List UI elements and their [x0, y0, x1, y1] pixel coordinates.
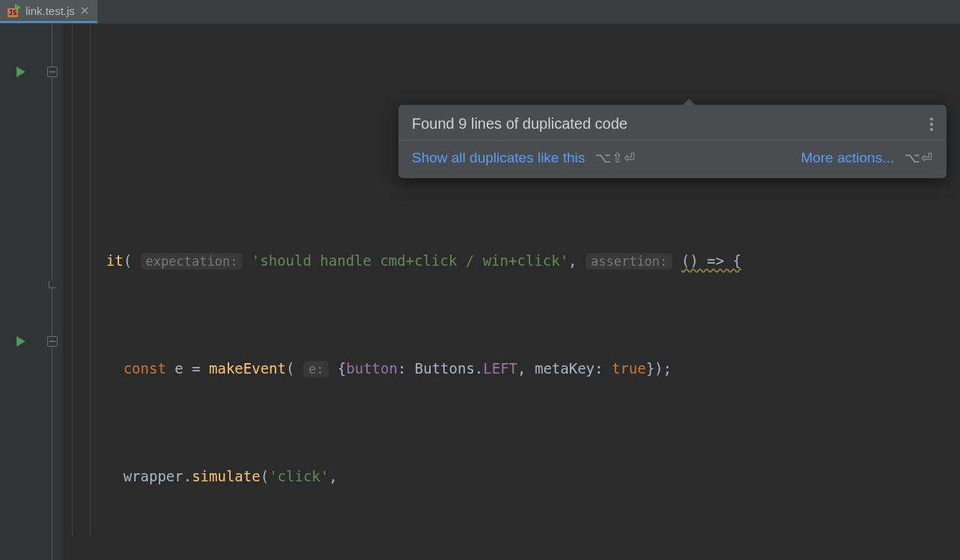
inlay-hint: assertion:: [586, 253, 672, 270]
fold-column: [42, 24, 63, 560]
inlay-hint: expectation:: [141, 253, 243, 270]
file-tab[interactable]: JS link.test.js: [0, 0, 97, 23]
gutter: [0, 24, 42, 560]
run-test-icon[interactable]: [16, 67, 25, 77]
run-test-icon[interactable]: [16, 336, 25, 347]
close-tab-icon[interactable]: [79, 5, 90, 16]
tab-bar: JS link.test.js: [0, 0, 960, 24]
indent-guide: [90, 24, 91, 536]
inspection-popup: Found 9 lines of duplicated code Show al…: [398, 105, 947, 178]
fold-toggle-icon[interactable]: [47, 67, 58, 77]
inlay-hint: e:: [303, 361, 329, 377]
shortcut-hint: ⌥⏎: [905, 150, 933, 166]
editor[interactable]: it( expectation: 'should handle cmd+clic…: [0, 24, 960, 560]
shortcut-hint: ⌥⇧⏎: [595, 150, 636, 166]
more-options-icon[interactable]: [930, 118, 933, 131]
divider: [398, 140, 947, 141]
js-test-file-icon: JS: [7, 4, 21, 17]
popup-title: Found 9 lines of duplicated code: [412, 115, 628, 133]
more-actions-link[interactable]: More actions...: [800, 150, 894, 166]
indent-guide: [72, 24, 73, 536]
fold-end-icon: [49, 281, 56, 288]
show-duplicates-link[interactable]: Show all duplicates like this: [412, 150, 585, 166]
code-line: it( expectation: 'should handle cmd+clic…: [72, 247, 960, 274]
code-line: const e = makeEvent( e: {button: Buttons…: [72, 355, 960, 382]
code-line: wrapper.simulate('click',: [72, 463, 960, 490]
tab-filename: link.test.js: [25, 4, 75, 17]
fold-toggle-icon[interactable]: [47, 336, 58, 347]
